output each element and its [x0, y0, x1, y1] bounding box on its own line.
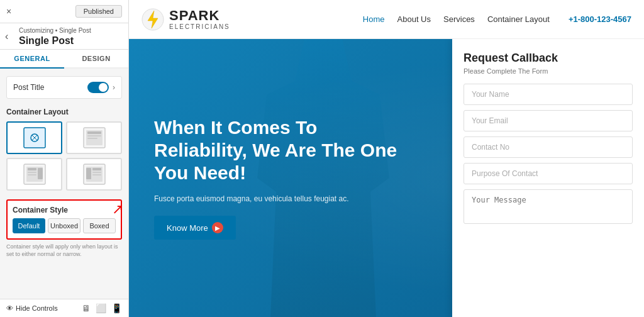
panel-footer: 👁 Hide Controls 🖥 ⬜ 📱	[0, 299, 128, 317]
layout-option-1[interactable]	[6, 121, 62, 154]
callback-form: Request Callback Please Complete The For…	[452, 39, 644, 317]
style-buttons: Default Unboxed Boxed	[13, 218, 116, 233]
style-unboxed-button[interactable]: Unboxed	[48, 218, 80, 233]
container-style-note: Container style will apply only when lay…	[6, 243, 122, 258]
svg-rect-14	[28, 174, 36, 175]
panel-tabs: GENERAL DESIGN	[0, 50, 128, 69]
hide-controls[interactable]: 👁 Hide Controls	[6, 304, 58, 312]
tablet-icon[interactable]: ⬜	[96, 303, 106, 313]
svg-rect-19	[92, 172, 101, 173]
eye-icon: 👁	[6, 304, 13, 312]
logo-area: SPARK ELECTRICIANS	[142, 8, 230, 31]
post-title-row: Post Title ›	[6, 76, 122, 99]
post-title-toggle[interactable]	[87, 82, 109, 93]
svg-rect-20	[92, 174, 101, 175]
close-icon[interactable]: ×	[6, 6, 11, 16]
purpose-input[interactable]	[464, 163, 633, 184]
layout-icon-4	[82, 163, 106, 186]
container-layout-label: Container Layout	[6, 108, 122, 116]
svg-rect-6	[87, 131, 101, 134]
post-title-controls: ›	[87, 82, 115, 93]
logo-subtitle: ELECTRICIANS	[169, 23, 230, 30]
site-nav: SPARK ELECTRICIANS Home About Us Service…	[129, 0, 644, 39]
nav-phone: +1-800-123-4567	[569, 14, 631, 24]
breadcrumb-path: Customizing • Single Post	[19, 27, 122, 34]
nav-container-layout[interactable]: Container Layout	[487, 14, 550, 24]
back-arrow-icon[interactable]: ‹	[5, 31, 8, 42]
hero-title: When It Comes To Reliability, We Are The…	[154, 116, 406, 184]
hero-subtitle: Fusce porta euismod magna, eu vehicula t…	[154, 193, 406, 204]
svg-rect-18	[86, 168, 91, 179]
website-preview: SPARK ELECTRICIANS Home About Us Service…	[129, 0, 644, 317]
hero-content: When It Comes To Reliability, We Are The…	[129, 97, 431, 259]
layout-icon-3	[23, 163, 47, 186]
breadcrumb: ‹ Customizing • Single Post Single Post	[0, 23, 128, 50]
panel-content: Post Title › Container Layout	[0, 69, 128, 299]
style-default-button[interactable]: Default	[13, 218, 45, 233]
svg-rect-11	[28, 168, 36, 170]
footer-device-icons: 🖥 ⬜ 📱	[82, 303, 122, 313]
tab-design[interactable]: DESIGN	[64, 50, 128, 69]
container-style-box: Container Style Default Unboxed Boxed	[6, 199, 122, 240]
container-layout-grid	[6, 121, 122, 191]
container-style-label: Container Style	[13, 206, 116, 214]
nav-links: Home About Us Services Container Layout …	[363, 14, 631, 24]
chevron-right-icon[interactable]: ›	[113, 83, 115, 92]
tab-general[interactable]: GENERAL	[0, 50, 64, 69]
logo-icon	[142, 8, 164, 31]
customizer-panel: × Published ‹ Customizing • Single Post …	[0, 0, 129, 317]
panel-header: × Published	[0, 0, 128, 23]
callback-subtitle: Please Complete The Form	[464, 67, 633, 75]
contact-no-input[interactable]	[464, 136, 633, 158]
hero-btn-arrow-icon: ▶	[212, 222, 223, 233]
layout-option-4[interactable]	[66, 158, 122, 191]
svg-rect-7	[87, 135, 101, 136]
layout-option-3[interactable]	[6, 158, 62, 191]
layout-icon-full	[23, 126, 47, 149]
monitor-icon[interactable]: 🖥	[82, 303, 91, 313]
layout-option-2[interactable]	[66, 121, 122, 154]
svg-rect-8	[87, 138, 97, 139]
style-boxed-button[interactable]: Boxed	[83, 218, 116, 233]
hide-controls-label: Hide Controls	[16, 304, 58, 312]
published-button[interactable]: Published	[75, 5, 122, 18]
message-textarea[interactable]	[464, 189, 633, 224]
svg-rect-13	[28, 172, 36, 173]
nav-about[interactable]: About Us	[397, 14, 431, 24]
know-more-button[interactable]: Know More ▶	[154, 216, 236, 240]
know-more-label: Know More	[167, 223, 208, 233]
svg-rect-12	[38, 168, 43, 179]
layout-icon-2	[82, 126, 106, 149]
breadcrumb-title: Single Post	[19, 34, 122, 48]
mobile-icon[interactable]: 📱	[111, 303, 122, 313]
logo-text: SPARK ELECTRICIANS	[169, 8, 230, 30]
nav-home[interactable]: Home	[363, 14, 385, 24]
hero-section: When It Comes To Reliability, We Are The…	[129, 39, 644, 317]
your-name-input[interactable]	[464, 84, 633, 105]
nav-services[interactable]: Services	[443, 14, 475, 24]
post-title-label: Post Title	[13, 83, 44, 92]
callback-title: Request Callback	[464, 52, 633, 65]
logo-brand: SPARK	[169, 8, 230, 23]
svg-rect-17	[92, 168, 101, 170]
your-email-input[interactable]	[464, 110, 633, 131]
